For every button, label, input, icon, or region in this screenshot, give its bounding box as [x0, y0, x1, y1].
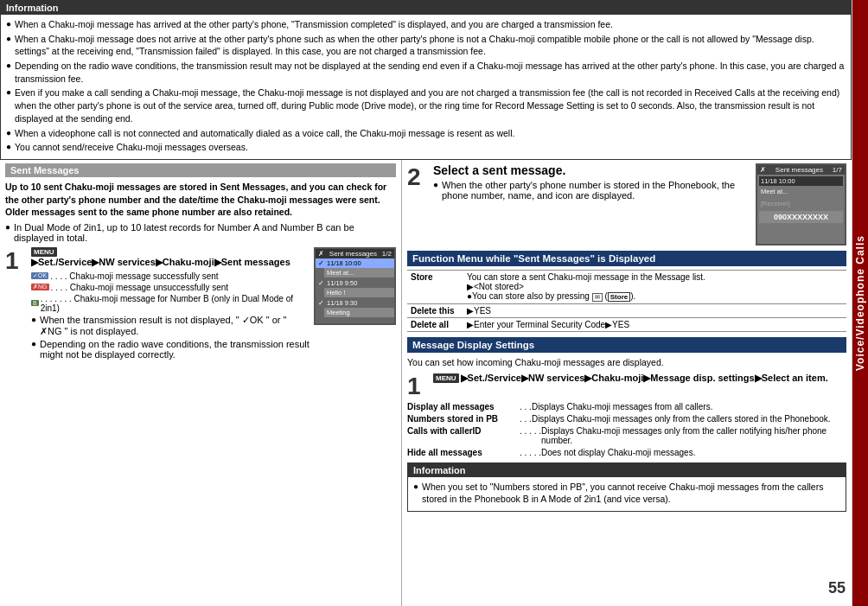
- function-menu-table: Store You can store a sent Chaku-moji me…: [407, 270, 846, 332]
- right-section: 2 Select a sent message. ● When the othe…: [402, 160, 852, 606]
- func-store-desc: You can store a sent Chaku-moji message …: [463, 270, 846, 303]
- func-store-label: Store: [407, 270, 463, 303]
- phone1-row-1: ✓ 11/18 10:00: [316, 258, 394, 268]
- message-display-settings: Message Display Settings You can set how…: [407, 337, 846, 512]
- dual-mode-note: ● In Dual Mode of 2in1, up to 10 latest …: [5, 222, 396, 243]
- info-bullet-4: ● Even if you make a call sending a Chak…: [6, 86, 846, 124]
- disp-item-1: Display all messages . . . Displays Chak…: [407, 402, 846, 411]
- func-delete-this-desc: ▶YES: [463, 303, 846, 317]
- disp-step1-content: MENU ▶Set./Service▶NW services▶Chaku-moj…: [433, 373, 846, 399]
- step2-content: Select a sent message. ● When the other …: [433, 163, 846, 246]
- step2-title: Select a sent message.: [433, 163, 750, 177]
- page-number: 55: [828, 579, 846, 597]
- bottom-info-content: ● When you set to "Numbers stored in PB"…: [408, 477, 846, 511]
- phone2-meet: Meet at...: [759, 187, 843, 196]
- step2-container: 2 Select a sent message. ● When the othe…: [407, 163, 846, 246]
- function-menu-section: Function Menu while "Sent Messages" is D…: [407, 251, 846, 332]
- top-info-header: Information: [1, 1, 851, 15]
- info-bullet-6: ● You cannot send/receive Chaku-moji mes…: [6, 141, 846, 154]
- step1-icons: ✓OK . . . . Chaku-moji message successfu…: [31, 271, 310, 315]
- icon-ng: ✗NG: [31, 284, 49, 290]
- phone-screen-2: ✗ Sent messages 1/7 11/18 10:00 Meet at.…: [756, 163, 846, 246]
- phone2-date: 11/18 10:00: [759, 176, 843, 186]
- info-bullet-5: ● When a videophone call is not connecte…: [6, 127, 846, 140]
- disp-item-3: Calls with callerID . . . . . Displays C…: [407, 426, 846, 445]
- disp-item-4: Hide all messages . . . . . Does not dis…: [407, 448, 846, 457]
- disp-step1: 1 MENU ▶Set./Service▶NW services▶Chaku-m…: [407, 373, 846, 399]
- func-delete-all-desc: ▶Enter your Terminal Security Code▶YES: [463, 317, 846, 331]
- sent-messages-section: Sent Messages Up to 10 sent Chaku-moji m…: [0, 160, 402, 606]
- bottom-info-header: Information: [408, 463, 846, 477]
- b-desc: . . . . . . . Chaku-moji message for Num…: [41, 294, 310, 313]
- phone-screen-1: ✗ Sent messages 1/2 ✓ 11/18 10:00 Meet a…: [314, 247, 396, 325]
- step1-note1: ● When the transmission result is not di…: [31, 315, 310, 337]
- sidebar-label: Voice/Videophone Calls: [852, 0, 868, 606]
- store-button: Store: [608, 292, 630, 302]
- phone1-hello: Hello !: [324, 288, 394, 297]
- phone1-header-right: 1/2: [382, 250, 392, 258]
- step2-bullet: ● When the other party's phone number is…: [433, 180, 750, 201]
- phone2-header: ✗ Sent messages 1/7: [757, 165, 845, 175]
- func-delete-this-label: Delete this: [407, 303, 463, 317]
- info-bullet-2: ● When a Chaku-moji message does not arr…: [6, 33, 846, 58]
- phone1-header: ✗ Sent messages 1/2: [316, 249, 394, 258]
- step1-path: ▶Set./Service▶NW services▶Chaku-moji▶Sen…: [31, 257, 290, 268]
- disp-step1-path: ▶Set./Service▶NW services▶Chaku-moji▶Mes…: [461, 373, 828, 384]
- msg-disp-header: Message Display Settings: [407, 337, 846, 353]
- phone1-header-left: ✗: [318, 250, 324, 258]
- mail-icon: ✉: [592, 293, 603, 302]
- phone2-receiver: [Receiver]: [759, 199, 843, 208]
- menu-icon-1: MENU: [31, 247, 57, 257]
- function-menu-header: Function Menu while "Sent Messages" is D…: [407, 251, 846, 266]
- phone1-meet: Meet at...: [324, 268, 394, 277]
- phone1-row-3: ✓ 11/18 9:30: [316, 298, 394, 308]
- phone1-meeting: Meeting: [324, 308, 394, 317]
- top-info-content: ● When a Chaku-moji message has arrived …: [1, 15, 851, 159]
- func-row-delete-this: Delete this ▶YES: [407, 303, 846, 317]
- sent-messages-header: Sent Messages: [5, 163, 396, 177]
- disp-step1-number: 1: [407, 374, 433, 399]
- func-row-store: Store You can store a sent Chaku-moji me…: [407, 270, 846, 303]
- bottom-info-bullet: ● When you set to "Numbers stored in PB"…: [413, 481, 840, 506]
- bottom-info-box: Information ● When you set to "Numbers s…: [407, 462, 846, 512]
- ng-desc: . . . . Chaku-moji message unsuccessfull…: [51, 283, 229, 292]
- ok-desc: . . . . Chaku-moji message successfully …: [50, 271, 219, 281]
- func-row-delete-all: Delete all ▶Enter your Terminal Security…: [407, 317, 846, 331]
- top-info-box: Information ● When a Chaku-moji message …: [0, 0, 852, 160]
- info-bullet-3: ● Depending on the radio wave conditions…: [6, 60, 846, 85]
- step1-number: 1: [5, 249, 31, 361]
- menu-icon-2: MENU: [433, 373, 459, 383]
- sent-messages-intro: Up to 10 sent Chaku-moji messages are st…: [5, 181, 396, 219]
- step1-content: MENU ▶Set./Service▶NW services▶Chaku-moj…: [31, 247, 396, 361]
- phone2-body: 11/18 10:00 Meet at... [Receiver] 090XXX…: [757, 175, 845, 225]
- phone1-header-title: Sent messages: [329, 250, 377, 258]
- step2-number: 2: [407, 165, 433, 246]
- step1-note2: ● Depending on the radio wave conditions…: [31, 339, 310, 360]
- phone1-row-2: ✓ 11/19 9:50: [316, 278, 394, 288]
- msg-disp-intro: You can set how incoming Chaku-moji mess…: [407, 356, 846, 369]
- disp-item-2: Numbers stored in PB . . . Displays Chak…: [407, 414, 846, 424]
- sent-messages-step1: 1 MENU ▶Set./Service▶NW services▶Chaku-m…: [5, 247, 396, 361]
- info-bullet-1: ● When a Chaku-moji message has arrived …: [6, 18, 846, 31]
- icon-b: B: [31, 300, 39, 306]
- phone2-number: 090XXXXXXXX: [759, 211, 843, 223]
- disp-items: Display all messages . . . Displays Chak…: [407, 402, 846, 457]
- func-delete-all-label: Delete all: [407, 317, 463, 331]
- icon-ok: ✓OK: [31, 272, 48, 279]
